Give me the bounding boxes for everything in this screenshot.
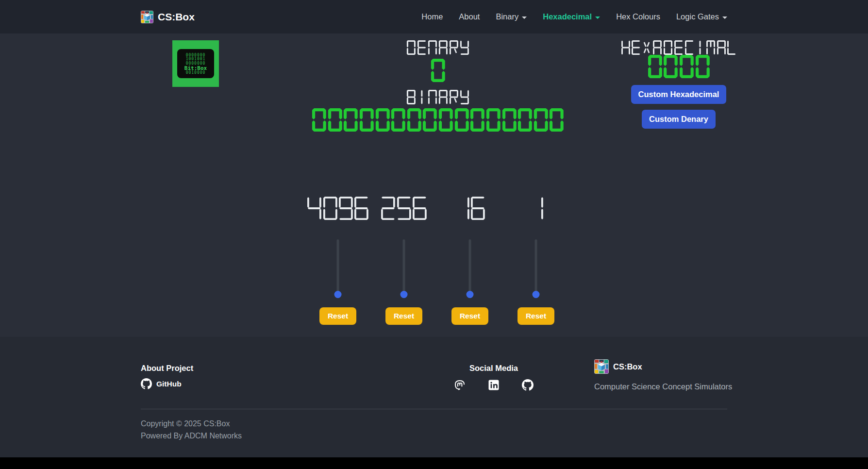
github-icon[interactable] <box>522 379 534 391</box>
reset-button-16[interactable]: Reset <box>451 307 488 325</box>
slider-column-4096: Reset <box>309 197 367 325</box>
footer-brand-name: CS:Box <box>613 362 642 371</box>
place-value-16 <box>455 197 485 220</box>
nav-item-hex-colours[interactable]: Hex Colours <box>616 12 660 21</box>
slider-column-1: Reset <box>507 197 565 325</box>
footer: About Project GitHub Social Media <box>0 337 868 457</box>
nav-item-home[interactable]: Home <box>421 12 443 21</box>
social-media-heading: Social Media <box>431 364 557 373</box>
slider-track[interactable] <box>535 239 537 295</box>
caret-down-icon <box>522 17 527 19</box>
place-value-256 <box>381 197 426 220</box>
caret-down-icon <box>595 17 600 19</box>
hexadecimal-heading <box>621 40 736 55</box>
footer-divider <box>141 409 727 409</box>
about-project-heading: About Project <box>141 364 193 373</box>
caret-down-icon <box>722 17 727 19</box>
footer-about: About Project GitHub <box>141 364 193 389</box>
custom-denary-button[interactable]: Custom Denary <box>642 110 716 129</box>
binary-value <box>312 108 564 132</box>
powered-by-text: Powered By ADCM Networks <box>141 430 242 442</box>
nav-item-logic-gates[interactable]: Logic Gates <box>676 12 727 21</box>
linkedin-icon[interactable] <box>488 379 500 391</box>
slider-thumb[interactable] <box>334 291 342 298</box>
reset-button-4096[interactable]: Reset <box>319 307 356 325</box>
footer-tagline: Computer Science Concept Simulators <box>594 382 733 391</box>
slider-16[interactable] <box>467 239 473 295</box>
nav-item-binary[interactable]: Binary <box>496 12 527 21</box>
slider-4096[interactable] <box>334 239 341 295</box>
reset-button-1[interactable]: Reset <box>517 307 554 325</box>
main-content: 0000000 1001001 0000000 Bit:Box 0010000 … <box>0 34 868 337</box>
hexadecimal-value <box>648 55 710 78</box>
conversion-display <box>312 40 564 132</box>
custom-hexadecimal-button[interactable]: Custom Hexadecimal <box>631 85 727 104</box>
slider-thumb[interactable] <box>401 291 408 298</box>
slider-column-256: Reset <box>375 197 433 325</box>
github-link-label: GitHub <box>156 380 182 388</box>
bitbox-logo: 0000000 1001001 0000000 Bit:Box 0010000 <box>172 40 219 87</box>
nav-links: Home About Binary Hexadecimal Hex Colour… <box>421 12 727 21</box>
place-value-4096 <box>307 197 368 220</box>
slider-thumb[interactable] <box>533 291 540 298</box>
brand-name: CS:Box <box>158 11 195 23</box>
slider-track[interactable] <box>469 239 471 295</box>
footer-social: Social Media <box>431 364 557 391</box>
denary-heading <box>407 40 468 55</box>
reset-button-256[interactable]: Reset <box>385 307 422 325</box>
nav-item-hexadecimal[interactable]: Hexadecimal <box>543 12 600 21</box>
hex-digit-sliders: Reset Reset Reset <box>309 197 565 325</box>
brand[interactable]: CS:Box <box>141 11 195 23</box>
nav-item-about[interactable]: About <box>459 12 480 21</box>
binary-heading <box>407 90 468 104</box>
mastodon-icon[interactable] <box>454 379 466 391</box>
hexadecimal-panel: Custom Hexadecimal Custom Denary <box>606 40 751 129</box>
slider-column-16: Reset <box>441 197 499 325</box>
slider-track[interactable] <box>337 239 339 295</box>
github-link[interactable]: GitHub <box>141 378 193 389</box>
place-value-1 <box>529 197 543 220</box>
github-icon <box>141 378 152 389</box>
copyright-text: Copyright © 2025 CS:Box <box>141 418 242 430</box>
csbox-logo-icon <box>141 11 153 23</box>
slider-thumb[interactable] <box>467 291 474 298</box>
footer-brand: CS:Box Computer Science Concept Simulato… <box>594 359 733 391</box>
navbar: CS:Box Home About Binary Hexadecimal Hex… <box>0 0 868 34</box>
bitbox-logo-screen: 0000000 1001001 0000000 Bit:Box 0010000 <box>177 49 214 78</box>
slider-1[interactable] <box>533 239 539 295</box>
bottom-bar <box>0 457 868 469</box>
csbox-logo-icon <box>594 359 609 374</box>
slider-track[interactable] <box>403 239 405 295</box>
denary-value <box>431 59 445 82</box>
slider-256[interactable] <box>401 239 407 295</box>
footer-copyright: Copyright © 2025 CS:Box Powered By ADCM … <box>141 418 242 442</box>
